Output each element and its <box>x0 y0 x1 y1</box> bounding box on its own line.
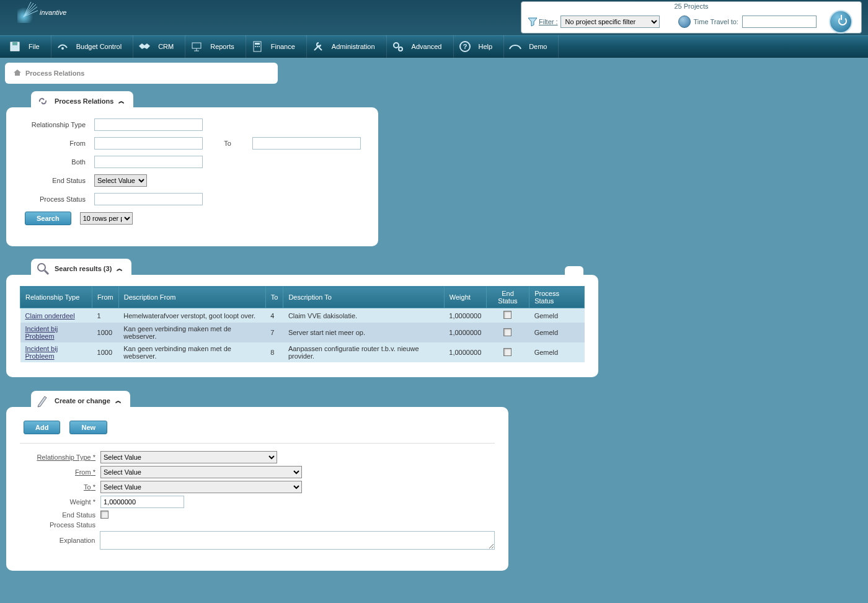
svg-rect-12 <box>255 43 260 45</box>
search-panel: Process Relations ︽ Relationship Type Fr… <box>6 107 378 246</box>
tools-icon <box>311 39 326 54</box>
label-to: To <box>203 140 252 147</box>
budget-icon <box>55 39 70 54</box>
collapse-icon[interactable]: ︽ <box>117 264 123 273</box>
create-panel-tab: Create or change ︽ <box>31 391 130 411</box>
menu-finance[interactable]: Finance <box>246 35 307 58</box>
table-row[interactable]: Claim onderdeel1Hemelwaterafvoer verstop… <box>20 308 585 323</box>
menu-advanced[interactable]: Advanced <box>387 35 454 58</box>
label-from: From <box>20 140 94 147</box>
c-check-end-status[interactable] <box>100 511 108 519</box>
svg-text:?: ? <box>463 43 467 50</box>
svg-point-14 <box>257 46 258 47</box>
menu-budget-control[interactable]: Budget Control <box>51 35 133 58</box>
table-row[interactable]: Incident bij Probleem1000Kan geen verbin… <box>20 323 585 342</box>
svg-point-13 <box>255 46 256 47</box>
globe-icon <box>678 16 691 28</box>
c-textarea-explanation[interactable] <box>100 531 495 550</box>
col-to[interactable]: To <box>265 287 283 308</box>
time-travel-label: Time Travel to: <box>694 18 738 25</box>
filter-label[interactable]: Filter : <box>539 18 558 25</box>
end-status-check[interactable] <box>503 328 512 336</box>
power-button[interactable] <box>829 10 852 34</box>
input-from[interactable] <box>94 137 203 150</box>
menu-demo[interactable]: Demo <box>504 35 559 58</box>
col-from[interactable]: From <box>92 287 119 308</box>
c-select-from[interactable]: Select Value <box>100 466 302 478</box>
menu-file[interactable]: File <box>4 35 51 58</box>
breadcrumb-title: Process Relations <box>25 69 84 77</box>
svg-point-15 <box>259 46 260 47</box>
c-label-rel-type: Relationship Type <box>20 453 100 461</box>
new-button[interactable]: New <box>69 421 107 434</box>
magnifier-icon <box>36 262 50 275</box>
search-panel-tab: Process Relations ︽ <box>31 91 133 111</box>
add-button[interactable]: Add <box>24 421 60 434</box>
c-label-from: From <box>20 468 100 476</box>
app-header: invantive 25 Projects Filter : No projec… <box>0 0 868 35</box>
svg-rect-8 <box>192 43 201 48</box>
logo-burst-icon <box>17 2 38 23</box>
link-icon <box>36 94 50 108</box>
rel-link[interactable]: Incident bij Probleem <box>25 325 58 340</box>
funnel-icon <box>526 16 539 28</box>
projects-count: 25 Projects <box>521 2 861 10</box>
menu-crm[interactable]: CRM <box>133 35 185 58</box>
table-row[interactable]: Incident bij Probleem1000Kan geen verbin… <box>20 342 585 362</box>
handshake-icon <box>137 39 152 54</box>
svg-line-21 <box>45 270 48 274</box>
col-end-status[interactable]: End Status <box>486 287 529 308</box>
results-panel: Search results (3) ︽ Relationship Type F… <box>6 275 598 377</box>
rows-per-page-select[interactable]: 10 rows per page <box>80 212 133 225</box>
svg-point-16 <box>394 43 399 48</box>
label-process-status: Process Status <box>20 195 94 203</box>
svg-point-7 <box>61 47 64 50</box>
help-icon: ? <box>458 39 472 54</box>
label-rel-type: Relationship Type <box>20 121 94 128</box>
c-label-process-status: Process Status <box>20 521 100 529</box>
c-label-to: To <box>20 483 100 491</box>
collapse-icon[interactable]: ︽ <box>118 97 125 105</box>
results-nub <box>565 266 583 275</box>
disk-icon <box>7 39 22 54</box>
svg-line-0 <box>24 4 36 17</box>
filter-select[interactable]: No project specific filter <box>560 16 660 28</box>
results-panel-tab: Search results (3) ︽ <box>31 259 131 279</box>
end-status-check[interactable] <box>503 348 512 356</box>
menu-reports[interactable]: Reports <box>185 35 246 58</box>
select-end-status[interactable]: Select Value <box>94 174 147 187</box>
c-input-weight[interactable] <box>100 496 184 508</box>
c-select-to[interactable]: Select Value <box>100 481 302 493</box>
search-button[interactable]: Search <box>25 212 71 225</box>
svg-line-3 <box>24 2 31 17</box>
c-label-end-status: End Status <box>20 511 100 519</box>
label-both: Both <box>20 158 94 166</box>
col-desc-to[interactable]: Description To <box>283 287 444 308</box>
demo-icon <box>508 39 523 54</box>
menu-help[interactable]: ?Help <box>454 35 505 58</box>
input-to[interactable] <box>252 137 361 150</box>
gears-icon <box>391 39 405 54</box>
collapse-icon[interactable]: ︽ <box>115 396 122 405</box>
c-select-rel-type[interactable]: Select Value <box>100 451 277 463</box>
input-rel-type[interactable] <box>94 118 203 131</box>
input-both[interactable] <box>94 156 203 168</box>
svg-rect-6 <box>12 42 17 45</box>
pencil-icon <box>36 394 50 408</box>
rel-link[interactable]: Incident bij Probleem <box>25 345 58 360</box>
col-rel[interactable]: Relationship Type <box>20 287 92 308</box>
col-desc-from[interactable]: Description From <box>118 287 265 308</box>
end-status-check[interactable] <box>503 311 512 319</box>
menu-administration[interactable]: Administration <box>307 35 387 58</box>
calculator-icon <box>250 39 265 54</box>
rel-link[interactable]: Claim onderdeel <box>25 312 75 319</box>
home-icon[interactable] <box>14 69 22 78</box>
col-weight[interactable]: Weight <box>444 287 486 308</box>
svg-point-20 <box>38 264 45 271</box>
breadcrumb: Process Relations <box>5 63 278 84</box>
col-proc-status[interactable]: Process Status <box>529 287 585 308</box>
time-travel-input[interactable] <box>742 16 817 28</box>
c-label-explanation: Explanation <box>20 537 100 544</box>
input-process-status[interactable] <box>94 193 203 205</box>
results-table: Relationship Type From Description From … <box>20 286 585 362</box>
